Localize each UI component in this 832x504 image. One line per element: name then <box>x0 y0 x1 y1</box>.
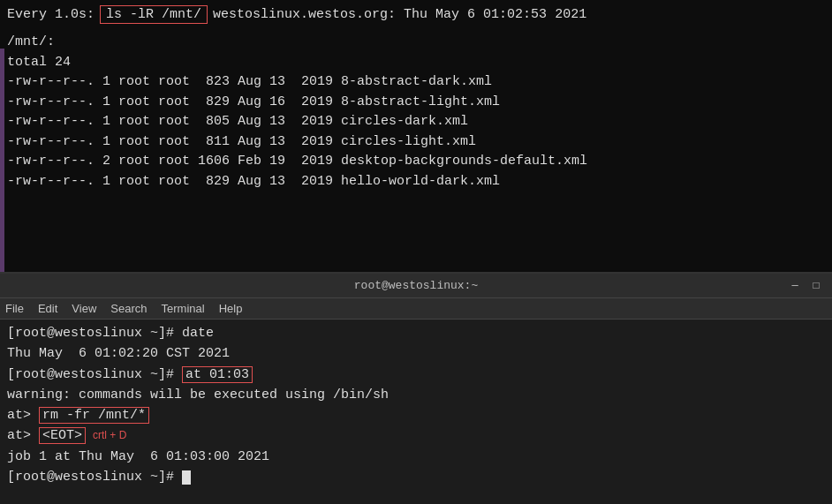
watch-output: /mnt/: total 24 -rw-r--r--. 1 root root … <box>7 33 825 192</box>
line-job: job 1 at Thu May 6 01:03:00 2021 [root@w… <box>7 449 269 485</box>
minimize-button[interactable]: — <box>788 279 802 293</box>
watch-command-text: ls -lR /mnt/ <box>106 7 201 22</box>
menu-file[interactable]: File <box>5 302 24 315</box>
output-line-3: -rw-r--r--. 1 root root 829 Aug 16 2019 … <box>7 93 825 113</box>
watch-host-info: westoslinux.westos.org: Thu May 6 01:02:… <box>213 7 586 22</box>
watch-terminal-pane: Every 1.0s: ls -lR /mnt/ westoslinux.wes… <box>0 0 832 274</box>
terminal-pane: root@westoslinux:~ — □ File Edit View Se… <box>0 274 832 504</box>
terminal-content[interactable]: [root@westoslinux ~]# date Thu May 6 01:… <box>0 320 832 504</box>
line-at-eot: at> <box>7 428 39 443</box>
at-command-box: at 01:03 <box>182 366 253 383</box>
output-line-7: -rw-r--r--. 1 root root 829 Aug 13 2019 … <box>7 172 825 192</box>
terminal-title: root@westoslinux:~ <box>354 279 478 292</box>
terminal-titlebar: root@westoslinux:~ — □ <box>0 274 832 298</box>
left-accent-bar <box>0 49 4 272</box>
terminal-menu-bar: File Edit View Search Terminal Help <box>0 298 832 320</box>
ctrl-d-label: crtl + D <box>93 429 126 441</box>
menu-edit[interactable]: Edit <box>38 302 57 315</box>
rm-command-box: rm -fr /mnt/* <box>39 407 149 424</box>
output-line-1: total 24 <box>7 53 825 73</box>
menu-search[interactable]: Search <box>110 302 147 315</box>
titlebar-controls[interactable]: — □ <box>788 279 823 293</box>
maximize-button[interactable]: □ <box>809 279 823 293</box>
terminal-cursor <box>182 470 191 485</box>
output-line-0: /mnt/: <box>7 33 825 53</box>
watch-command-box: ls -lR /mnt/ <box>100 5 208 24</box>
every-label: Every 1.0s: <box>7 7 95 22</box>
menu-terminal[interactable]: Terminal <box>162 302 205 315</box>
watch-header: Every 1.0s: ls -lR /mnt/ westoslinux.wes… <box>7 5 825 24</box>
output-line-5: -rw-r--r--. 1 root root 811 Aug 13 2019 … <box>7 132 825 153</box>
output-line-6: -rw-r--r--. 2 root root 1606 Feb 19 2019… <box>7 152 825 172</box>
menu-help[interactable]: Help <box>219 302 243 315</box>
eot-box: <EOT> <box>39 427 86 444</box>
output-line-2: -rw-r--r--. 1 root root 823 Aug 13 2019 … <box>7 72 825 93</box>
menu-view[interactable]: View <box>72 302 96 315</box>
output-line-4: -rw-r--r--. 1 root root 805 Aug 13 2019 … <box>7 112 825 132</box>
